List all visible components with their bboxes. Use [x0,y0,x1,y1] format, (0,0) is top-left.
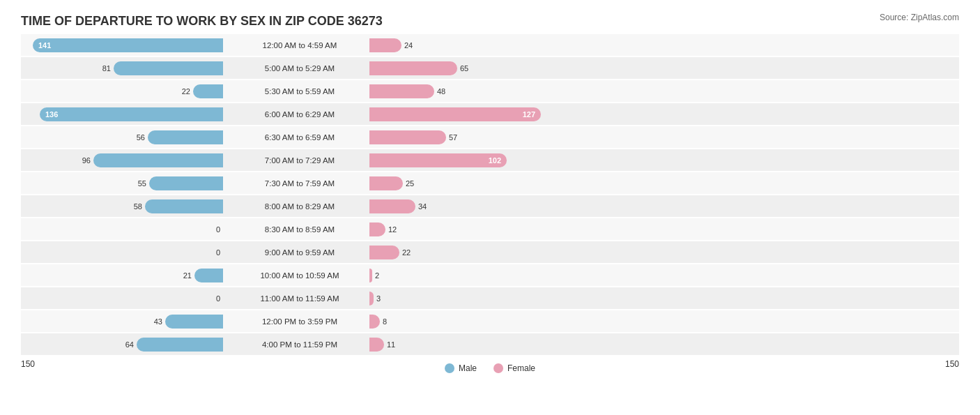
bar-female-outer-label: 12 [388,225,397,234]
center-label: 8:30 AM to 8:59 AM [230,225,369,234]
center-label: 9:00 AM to 9:59 AM [230,248,369,257]
right-section: 22 [369,241,959,263]
left-section: 21 [21,264,230,286]
bar-female-outer-label: 65 [460,64,468,73]
axis-right-label: 150 [945,359,959,373]
table-row: 0 8:30 AM to 8:59 AM 12 [21,218,959,240]
table-row: 0 9:00 AM to 9:59 AM 22 [21,241,959,263]
right-section: 25 [369,172,959,194]
bar-female [369,269,372,282]
bar-female [369,61,457,75]
left-section: 96 [21,149,230,171]
center-label: 5:00 AM to 5:29 AM [230,64,369,73]
bar-male [137,338,223,352]
right-section: 3 [369,287,959,309]
center-label: 11:00 AM to 11:59 AM [230,294,369,303]
left-section: 58 [21,195,230,217]
right-section: 12 [369,218,959,240]
bar-female: 127 [369,107,541,121]
table-row: 22 5:30 AM to 5:59 AM 48 [21,80,959,102]
bar-female-outer-label: 48 [437,87,445,96]
table-row: 58 8:00 AM to 8:29 AM 34 [21,195,959,217]
left-section: 136 [21,103,230,125]
axis-left-label: 150 [21,359,35,373]
bar-female-inner-label: 127 [523,110,541,119]
bar-male [93,153,223,167]
bar-male-outer-label: 0 [216,248,220,257]
center-label: 12:00 AM to 4:59 AM [230,41,369,50]
bar-male: 136 [40,107,223,121]
left-section: 141 [21,34,230,56]
bar-female [369,199,415,213]
center-label: 8:00 AM to 8:29 AM [230,202,369,211]
bar-male [114,61,223,75]
bar-male-outer-label: 21 [183,271,192,280]
bar-male-outer-label: 56 [137,133,145,142]
legend-female-box [493,363,503,373]
table-row: 136 6:00 AM to 6:29 AM 127 [21,103,959,125]
bar-female-outer-label: 11 [387,340,395,349]
chart-title: TIME OF DEPARTURE TO WORK BY SEX IN ZIP … [21,14,959,29]
right-section: 2 [369,264,959,286]
right-section: 34 [369,195,959,217]
legend-male: Male [445,363,477,373]
right-section: 65 [369,57,959,79]
bar-female [369,246,399,259]
legend-male-label: Male [459,363,477,373]
legend-male-box [445,363,454,373]
center-label: 7:00 AM to 7:29 AM [230,156,369,165]
table-row: 141 12:00 AM to 4:59 AM 24 [21,34,959,56]
bar-female: 102 [369,153,507,167]
bar-female [369,292,374,305]
right-section: 11 [369,333,959,355]
right-section: 8 [369,310,959,332]
bar-male-outer-label: 43 [154,317,162,326]
table-row: 81 5:00 AM to 5:29 AM 65 [21,57,959,79]
bar-male [145,199,223,213]
axis-bottom: 150 Male Female 150 [21,359,959,373]
bar-male-inner-label: 136 [40,110,58,119]
legend: Male Female [445,363,535,373]
bar-female-outer-label: 57 [449,133,457,142]
center-label: 10:00 AM to 10:59 AM [230,271,369,280]
left-section: 81 [21,57,230,79]
table-row: 96 7:00 AM to 7:29 AM 102 [21,149,959,171]
source-label: Source: ZipAtlas.com [880,13,959,22]
bar-male-inner-label: 141 [33,41,51,50]
left-section: 0 [21,218,230,240]
bar-female [369,130,446,144]
table-row: 0 11:00 AM to 11:59 AM 3 [21,287,959,309]
bar-male-outer-label: 64 [125,340,134,349]
bar-female-outer-label: 25 [406,179,414,188]
bar-male [194,269,223,282]
bar-male [165,315,223,329]
bar-female-outer-label: 2 [375,271,379,280]
bar-male-outer-label: 55 [138,179,146,188]
center-label: 5:30 AM to 5:59 AM [230,87,369,96]
bar-male-outer-label: 96 [82,156,91,165]
left-section: 56 [21,126,230,148]
bar-male: 141 [33,38,223,52]
bar-female [369,176,403,190]
legend-female-label: Female [507,363,535,373]
bar-female-outer-label: 3 [376,294,381,303]
table-row: 43 12:00 PM to 3:59 PM 8 [21,310,959,332]
bar-female [369,222,385,236]
bar-male-outer-label: 22 [182,87,190,96]
legend-female: Female [493,363,535,373]
right-section: 24 [369,34,959,56]
bar-female [369,84,434,98]
bar-female [369,38,401,52]
bar-female-outer-label: 8 [383,317,387,326]
center-label: 12:00 PM to 3:59 PM [230,317,369,326]
table-row: 56 6:30 AM to 6:59 AM 57 [21,126,959,148]
bar-male [148,130,223,144]
bar-female-outer-label: 22 [402,248,411,257]
bar-female-outer-label: 34 [418,202,427,211]
center-label: 7:30 AM to 7:59 AM [230,179,369,188]
chart-container: TIME OF DEPARTURE TO WORK BY SEX IN ZIP … [0,0,980,415]
bar-male [149,176,223,190]
bar-female-inner-label: 102 [489,156,507,165]
bar-male-outer-label: 0 [216,225,220,234]
center-label: 6:00 AM to 6:29 AM [230,110,369,119]
